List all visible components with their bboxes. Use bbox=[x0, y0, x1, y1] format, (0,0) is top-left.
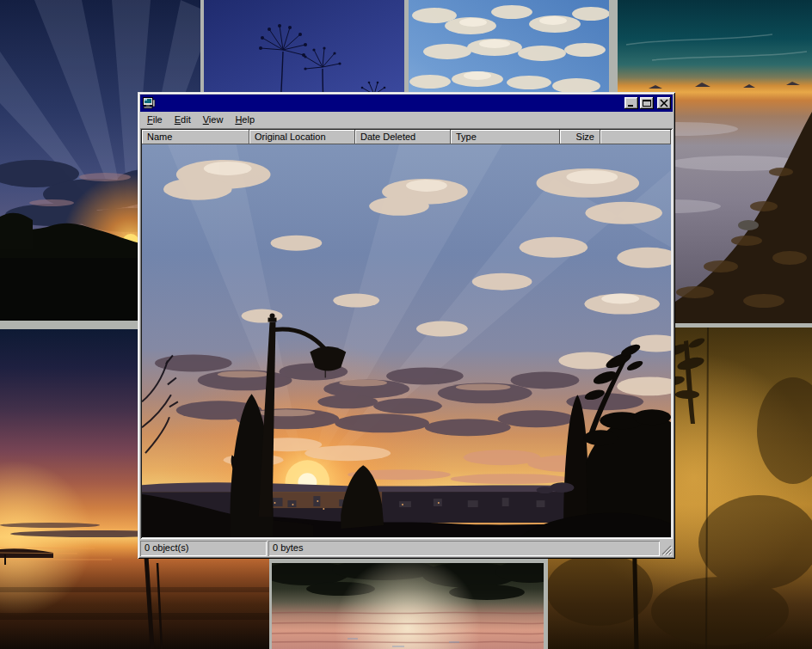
column-headers: Name Original Location Date Deleted Type… bbox=[142, 130, 671, 144]
close-button[interactable] bbox=[657, 97, 671, 109]
column-header-blank[interactable] bbox=[600, 130, 671, 144]
column-header-name[interactable]: Name bbox=[142, 130, 249, 144]
status-objects: 0 object(s) bbox=[140, 541, 267, 556]
menu-edit[interactable]: Edit bbox=[169, 113, 197, 127]
maximize-button[interactable] bbox=[640, 97, 654, 109]
menu-bar: File Edit View Help bbox=[140, 112, 673, 128]
maximize-icon bbox=[642, 99, 652, 107]
list-view: Name Original Location Date Deleted Type… bbox=[140, 128, 673, 539]
titlebar[interactable] bbox=[140, 95, 673, 112]
column-header-date-deleted[interactable]: Date Deleted bbox=[355, 130, 451, 144]
computer-icon bbox=[142, 97, 156, 109]
minimize-icon bbox=[626, 99, 637, 107]
column-header-original-location[interactable]: Original Location bbox=[249, 130, 355, 144]
sunset-lamp-photo bbox=[142, 144, 671, 537]
folder-content-area[interactable] bbox=[142, 144, 671, 537]
minimize-button[interactable] bbox=[624, 97, 638, 109]
resize-grip-icon bbox=[661, 545, 672, 555]
status-bar: 0 object(s) 0 bytes bbox=[140, 541, 673, 556]
recycle-bin-window: File Edit View Help Name Original Locati… bbox=[138, 92, 675, 559]
menu-file[interactable]: File bbox=[141, 113, 169, 127]
status-bytes: 0 bytes bbox=[268, 541, 660, 556]
wallpaper-tile-water-reflection bbox=[272, 563, 544, 649]
close-icon bbox=[659, 99, 669, 107]
menu-view[interactable]: View bbox=[197, 113, 230, 127]
column-header-size[interactable]: Size bbox=[560, 130, 600, 144]
menu-help[interactable]: Help bbox=[229, 113, 261, 127]
resize-grip[interactable] bbox=[661, 541, 673, 556]
column-header-type[interactable]: Type bbox=[451, 130, 560, 144]
